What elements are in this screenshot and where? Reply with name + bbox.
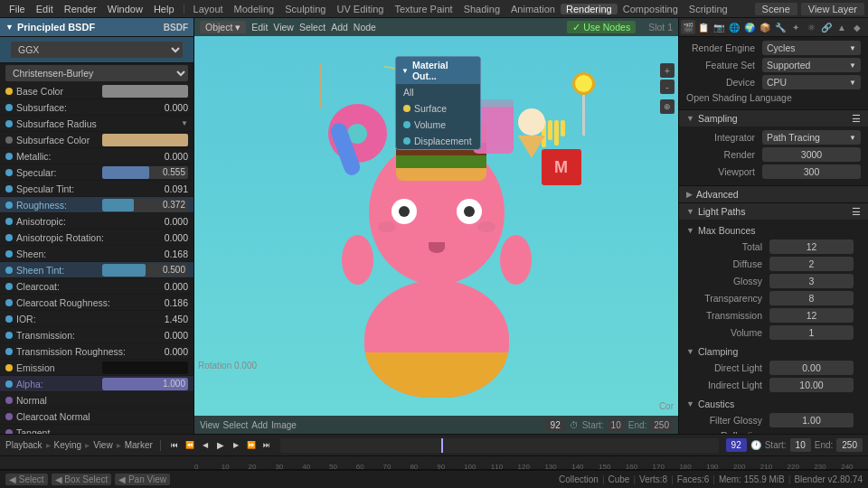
workspace-tab-shading[interactable]: Shading (458, 4, 505, 14)
workspace-tab-layout[interactable]: Layout (188, 4, 229, 14)
play-btn[interactable]: ▶ (214, 439, 227, 452)
viewport-node-menu[interactable]: Node (354, 22, 376, 33)
select-menu-btn[interactable]: Select (223, 420, 249, 430)
viewport-select-menu[interactable]: Select (299, 22, 326, 33)
prev-frame-btn[interactable]: ◀ (199, 439, 212, 452)
render-engine-value[interactable]: Cycles ▼ (762, 41, 861, 55)
image-menu-btn[interactable]: Image (271, 420, 297, 430)
keying-label[interactable]: Keying (54, 440, 82, 450)
max-bounces-header[interactable]: ▼ Max Bounces (686, 223, 861, 238)
material-properties-icon[interactable]: ◆ (850, 20, 864, 34)
subsurface-color-row[interactable]: Subsurface Color (0, 132, 193, 148)
use-nodes-toggle[interactable]: ✓ Use Nodes (567, 21, 636, 33)
sheen-tint-bar[interactable]: 0.500 (102, 264, 188, 277)
sampling-action-icon[interactable]: ☰ (852, 113, 861, 124)
data-properties-icon[interactable]: ▲ (835, 20, 849, 34)
marker-label[interactable]: Marker (125, 440, 153, 450)
workspace-tab-scripting[interactable]: Scripting (684, 4, 733, 14)
alpha-row[interactable]: Alpha: 1.000 (0, 376, 193, 392)
integrator-value[interactable]: Path Tracing ▼ (762, 130, 861, 145)
device-value[interactable]: CPU ▼ (762, 75, 861, 89)
filter-glossy-value[interactable]: 1.00 (769, 413, 854, 427)
zoom-in-icon[interactable]: + (660, 63, 675, 78)
workspace-tab-compositing[interactable]: Compositing (618, 4, 684, 14)
tangent-row[interactable]: Tangent (0, 425, 193, 434)
light-paths-action-icon[interactable]: ☰ (852, 206, 861, 217)
render-samples-value[interactable]: 3000 (762, 147, 861, 162)
metallic-row[interactable]: Metallic: 0.000 (0, 148, 193, 164)
anisotropic-row[interactable]: Anisotropic: 0.000 (0, 213, 193, 230)
end-value[interactable]: 250 (836, 438, 863, 452)
view-layer-selector[interactable]: View Layer (801, 3, 864, 15)
subsurface-row[interactable]: Subsurface: 0.000 (0, 99, 193, 116)
object-properties-icon[interactable]: 📦 (758, 20, 772, 34)
sheen-row[interactable]: Sheen: 0.168 (0, 246, 193, 262)
scene-selector[interactable]: Scene (755, 3, 797, 15)
modifier-properties-icon[interactable]: 🔧 (773, 20, 788, 34)
workspace-tab-sculpting[interactable]: Sculpting (279, 4, 331, 14)
caustics-header[interactable]: ▼ Caustics (686, 397, 861, 411)
subsurface-method-select[interactable]: Christensen-Burley Random Walk (5, 65, 188, 81)
emission-swatch[interactable] (102, 361, 188, 374)
next-frame-btn[interactable]: ▶ (230, 439, 242, 452)
add-menu-btn[interactable]: Add (251, 420, 268, 430)
menu-item-help[interactable]: Help (148, 4, 180, 14)
clearcoat-roughness-row[interactable]: Clearcoat Roughness: 0.186 (0, 295, 193, 311)
transparency-bounces-value[interactable]: 8 (769, 291, 854, 305)
clamping-header[interactable]: ▼ Clamping (686, 344, 861, 359)
menu-item-render[interactable]: Render (59, 4, 102, 14)
world-properties-icon[interactable]: 🌍 (742, 20, 757, 34)
light-paths-header[interactable]: ▼ Light Paths ☰ (679, 203, 868, 220)
physics-properties-icon[interactable]: ⚛ (804, 20, 818, 34)
view-layer-properties-icon[interactable]: 📷 (712, 20, 726, 34)
constraint-properties-icon[interactable]: 🔗 (819, 20, 834, 34)
workspace-tab-rendering[interactable]: Rendering (561, 4, 618, 14)
jump-to-end-btn[interactable]: ⏭ (260, 439, 273, 452)
workspace-tab-texture-paint[interactable]: Texture Paint (389, 4, 458, 14)
transmission-roughness-row[interactable]: Transmission Roughness: 0.000 (0, 343, 193, 360)
jump-to-start-btn[interactable]: ⏮ (168, 439, 181, 452)
scene-properties-icon[interactable]: 🌐 (727, 20, 741, 34)
mat-output-volume[interactable]: Volume (396, 117, 480, 133)
menu-item-file[interactable]: File (4, 4, 31, 14)
transmission-bounces-value[interactable]: 12 (769, 308, 854, 323)
specular-tint-row[interactable]: Specular Tint: 0.091 (0, 181, 193, 197)
workspace-tab-animation[interactable]: Animation (505, 4, 561, 14)
start-value[interactable]: 10 (790, 438, 811, 452)
sheen-tint-row[interactable]: Sheen Tint: 0.500 (0, 262, 193, 278)
render-properties-icon[interactable]: 🎬 (681, 20, 695, 34)
total-bounces-value[interactable]: 12 (769, 239, 854, 254)
current-frame-display[interactable]: 92 (726, 438, 747, 452)
sampling-header[interactable]: ▼ Sampling ☰ (679, 110, 868, 127)
viewport-add-menu[interactable]: Add (331, 22, 348, 33)
next-keyframe-btn[interactable]: ⏩ (245, 439, 258, 452)
viewport-object-mode[interactable]: Object ▾ (200, 21, 246, 33)
particle-properties-icon[interactable]: ✦ (788, 20, 803, 34)
specular-row[interactable]: Specular: 0.555 (0, 164, 193, 181)
timeline-track[interactable] (280, 438, 719, 453)
viewport-edit-menu[interactable]: Edit (251, 22, 268, 33)
feature-set-value[interactable]: Supported ▼ (762, 58, 861, 72)
glossy-bounces-value[interactable]: 3 (769, 274, 854, 288)
roughness-bar[interactable]: 0.372 (102, 199, 188, 211)
viewport-samples-value[interactable]: 300 (762, 164, 861, 179)
subsurface-radius-row[interactable]: Subsurface Radius ▼ (0, 116, 193, 132)
base-color-row[interactable]: Base Color (0, 83, 193, 99)
mat-output-surface[interactable]: Surface (396, 100, 480, 117)
diffuse-bounces-value[interactable]: 2 (769, 257, 854, 271)
view-menu-btn[interactable]: View (200, 420, 220, 430)
view-widget-icon[interactable]: ⊕ (660, 99, 675, 114)
normal-row[interactable]: Normal (0, 392, 193, 408)
specular-bar[interactable]: 0.555 (102, 166, 188, 179)
workspace-tab-uv-editing[interactable]: UV Editing (331, 4, 389, 14)
indirect-light-value[interactable]: 10.00 (769, 378, 854, 392)
prev-keyframe-btn[interactable]: ⏪ (184, 439, 196, 452)
volume-bounces-value[interactable]: 1 (769, 325, 854, 340)
roughness-row[interactable]: Roughness: 0.372 (0, 197, 193, 213)
distribution-select[interactable]: GGX Multiscatter GGX (11, 42, 183, 58)
subsurface-color-swatch[interactable] (102, 134, 188, 146)
collapse-arrow-icon[interactable]: ▼ (5, 23, 14, 32)
menu-item-window[interactable]: Window (102, 4, 148, 14)
transmission-row[interactable]: Transmission: 0.000 (0, 327, 193, 343)
playback-label[interactable]: Playback (5, 440, 42, 450)
